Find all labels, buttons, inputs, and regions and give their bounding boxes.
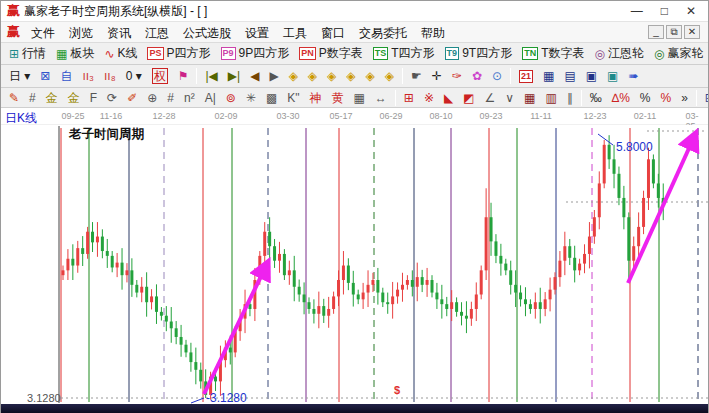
- menu-item-0[interactable]: 文件: [24, 24, 62, 42]
- maximize-button[interactable]: □: [661, 4, 668, 18]
- candle-body: [450, 302, 453, 309]
- gann-percent-button[interactable]: ‰: [585, 89, 607, 107]
- menu-item-3[interactable]: 江恩: [138, 24, 176, 42]
- child-control-0[interactable]: _: [648, 25, 664, 39]
- rays-button[interactable]: ※: [419, 89, 439, 107]
- square-fan-icon: ◩: [463, 91, 474, 105]
- square-line-button[interactable]: ⊞: [399, 89, 419, 107]
- parallel-lines-button[interactable]: ∥: [562, 89, 578, 107]
- notepad-button[interactable]: ▤: [559, 67, 580, 85]
- candlestick-chart[interactable]: 老子时间周期5.8000-3.1280$3.1280: [1, 125, 709, 404]
- child-control-2[interactable]: ✕: [684, 25, 700, 39]
- app-logo-icon: 赢: [7, 2, 20, 20]
- gann-circle-button[interactable]: ⊕: [142, 89, 162, 107]
- grid-a-button[interactable]: ▦: [519, 89, 540, 107]
- overflow-1-button[interactable]: »: [676, 89, 693, 107]
- square-fan-button[interactable]: ◩: [458, 89, 479, 107]
- quan-restore-button[interactable]: 权: [147, 66, 173, 86]
- p-number-table-button[interactable]: PNP数字表: [294, 43, 368, 64]
- goto-last-button[interactable]: ▶|: [223, 67, 245, 85]
- dense-grid-icon: ▩: [266, 91, 277, 105]
- angle-icon: ∠: [485, 91, 496, 105]
- v-lines-button[interactable]: ∨: [500, 89, 519, 107]
- golden-section-2-button[interactable]: 金: [63, 89, 85, 107]
- dense-grid-button[interactable]: ▩: [261, 89, 282, 107]
- 9p-square-button[interactable]: P99P四方形: [216, 43, 295, 64]
- flag-marker-button[interactable]: ⚑: [173, 67, 194, 85]
- angle-lines-button[interactable]: ∠: [480, 89, 501, 107]
- quan-icon: 权: [152, 68, 168, 84]
- fib-time-lines-button[interactable]: #: [24, 89, 41, 107]
- grid-b-button[interactable]: ▥: [540, 89, 561, 107]
- golden-section-1-button[interactable]: 金: [41, 89, 63, 107]
- menu-item-8[interactable]: 交易委托: [352, 24, 414, 42]
- bars3-icon: ıı₃: [82, 69, 94, 83]
- quotes-button[interactable]: ⊞行情: [4, 43, 51, 64]
- pencil-chart-button[interactable]: ✐: [122, 89, 142, 107]
- data-truck-button[interactable]: ➠: [623, 67, 643, 85]
- crosshair-tool-button[interactable]: ✛: [427, 67, 447, 85]
- gann-diamond-1-button[interactable]: ◈: [284, 67, 303, 85]
- brush-tool-button[interactable]: ✎: [4, 89, 24, 107]
- step-next-button[interactable]: ▶: [264, 67, 283, 85]
- 9t-square-button[interactable]: T99T四方形: [440, 43, 518, 64]
- menu-item-6[interactable]: 工具: [276, 24, 314, 42]
- pattern-box-button[interactable]: ⊠: [35, 67, 55, 85]
- n-squared-button[interactable]: n²: [179, 89, 200, 107]
- p-square-button[interactable]: PSP四方形: [142, 43, 215, 64]
- period-day-dropdown-button[interactable]: 日 ▾: [4, 67, 35, 85]
- menu-item-5[interactable]: 设置: [238, 24, 276, 42]
- menu-item-4[interactable]: 公式选股: [176, 24, 238, 42]
- mini-chart-8-button[interactable]: ıı₈: [99, 67, 121, 85]
- grid-tool-button[interactable]: ▦: [349, 89, 370, 107]
- percent-line-button[interactable]: %: [655, 89, 676, 107]
- child-control-1[interactable]: ⧉: [666, 25, 682, 39]
- kline-button[interactable]: ∿K线: [99, 43, 142, 64]
- spiral-5-button[interactable]: ⟳: [102, 89, 122, 107]
- minimize-button[interactable]: —: [631, 4, 643, 18]
- gann-diamond-4-button[interactable]: ◈: [341, 67, 360, 85]
- mini-chart-3-button[interactable]: ıı₃: [77, 67, 99, 85]
- time-hash-button[interactable]: #: [162, 89, 179, 107]
- close-button[interactable]: ✕: [686, 4, 696, 18]
- candle-body: [357, 294, 360, 299]
- f-tool-button[interactable]: F: [85, 89, 102, 107]
- festival-tool-button[interactable]: ✿: [467, 67, 487, 85]
- menu-item-2[interactable]: 资讯: [100, 24, 138, 42]
- gann-diamond-5-button[interactable]: ◈: [361, 67, 380, 85]
- red-spiral-button[interactable]: ⊚: [221, 89, 241, 107]
- calculator-button[interactable]: ▦: [538, 67, 559, 85]
- zero-dropdown-button[interactable]: 0 ▾: [121, 67, 147, 85]
- wheel-star-button[interactable]: ✳: [241, 89, 261, 107]
- percent-triangle-button[interactable]: ∆%: [607, 89, 635, 107]
- menu-item-7[interactable]: 窗口: [314, 24, 352, 42]
- width-measure-button[interactable]: ↔: [370, 89, 392, 107]
- gann-wheel-button[interactable]: ◎江恩轮: [589, 43, 648, 64]
- step-prev-button[interactable]: ◀: [245, 67, 264, 85]
- chart-area[interactable]: 老子时间周期5.8000-3.1280$3.1280: [1, 125, 708, 404]
- text-cursor-button[interactable]: A|: [200, 89, 221, 107]
- auto-box-button[interactable]: 自: [55, 67, 77, 85]
- rings-tool-button[interactable]: ⊙: [487, 67, 507, 85]
- percent-button[interactable]: %: [635, 89, 656, 107]
- shen-tool-button[interactable]: 神: [305, 89, 327, 107]
- gann-diamond-6-button[interactable]: ◈: [380, 67, 399, 85]
- sectors-button[interactable]: ▦板块: [51, 43, 99, 64]
- save-button[interactable]: ▣: [581, 67, 602, 85]
- layout-grid-button[interactable]: ⊞: [700, 89, 708, 107]
- save-export-button[interactable]: ▣: [602, 67, 623, 85]
- menu-item-1[interactable]: 浏览: [62, 24, 100, 42]
- menu-item-9[interactable]: 帮助: [414, 24, 452, 42]
- fan-button[interactable]: ◣: [439, 89, 458, 107]
- huang-tool-button[interactable]: 黄: [327, 89, 349, 107]
- gann-diamond-3-button[interactable]: ◈: [322, 67, 341, 85]
- goto-first-button[interactable]: |◀: [200, 67, 222, 85]
- gann-diamond-2-button[interactable]: ◈: [303, 67, 322, 85]
- hand-tool-button[interactable]: ☛: [406, 67, 427, 85]
- t-square-button[interactable]: TST四方形: [368, 43, 440, 64]
- k-quote-button[interactable]: K": [282, 89, 304, 107]
- winner-wheel-button[interactable]: ◎赢家轮: [649, 43, 708, 64]
- calendar-button[interactable]: 21: [514, 68, 538, 85]
- t-number-table-button[interactable]: TNT数字表: [517, 43, 589, 64]
- pin-tool-button[interactable]: ✑: [447, 67, 467, 85]
